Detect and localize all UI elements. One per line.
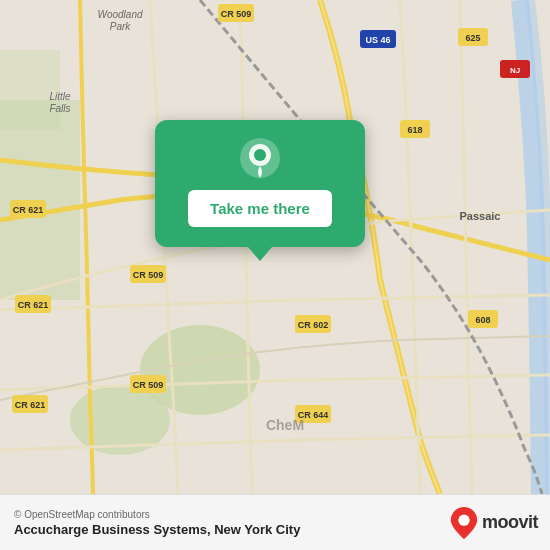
svg-point-40 xyxy=(458,514,469,525)
moovit-label: moovit xyxy=(482,512,538,533)
svg-text:CR 509: CR 509 xyxy=(221,9,252,19)
location-pin-icon xyxy=(238,136,282,180)
svg-text:Park: Park xyxy=(110,21,132,32)
moovit-logo: moovit xyxy=(450,507,538,539)
bottom-text-container: © OpenStreetMap contributors Accucharge … xyxy=(14,509,300,537)
svg-text:Passaic: Passaic xyxy=(460,210,501,222)
svg-text:NJ: NJ xyxy=(510,66,520,75)
copyright-text: © OpenStreetMap contributors xyxy=(14,509,300,520)
location-title: Accucharge Business Systems, New York Ci… xyxy=(14,522,300,537)
map-container: CR 509 US 46 625 NJ 618 CR 621 CR 621 CR… xyxy=(0,0,550,494)
svg-point-39 xyxy=(254,149,266,161)
svg-text:CR 509: CR 509 xyxy=(133,380,164,390)
moovit-pin-icon xyxy=(450,507,478,539)
svg-text:CR 602: CR 602 xyxy=(298,320,329,330)
svg-text:618: 618 xyxy=(407,125,422,135)
svg-text:CR 621: CR 621 xyxy=(13,205,44,215)
svg-text:CR 621: CR 621 xyxy=(15,400,46,410)
svg-text:Falls: Falls xyxy=(49,103,70,114)
location-popup-card: Take me there xyxy=(155,120,365,247)
svg-rect-4 xyxy=(0,50,60,130)
bottom-bar: © OpenStreetMap contributors Accucharge … xyxy=(0,494,550,550)
svg-text:Little: Little xyxy=(49,91,71,102)
svg-text:625: 625 xyxy=(465,33,480,43)
svg-text:CR 509: CR 509 xyxy=(133,270,164,280)
svg-text:US 46: US 46 xyxy=(365,35,390,45)
svg-text:Woodland: Woodland xyxy=(97,9,142,20)
svg-text:608: 608 xyxy=(475,315,490,325)
take-me-there-button[interactable]: Take me there xyxy=(188,190,332,227)
svg-text:CheM: CheM xyxy=(266,417,304,433)
svg-text:CR 621: CR 621 xyxy=(18,300,49,310)
map-background: CR 509 US 46 625 NJ 618 CR 621 CR 621 CR… xyxy=(0,0,550,494)
